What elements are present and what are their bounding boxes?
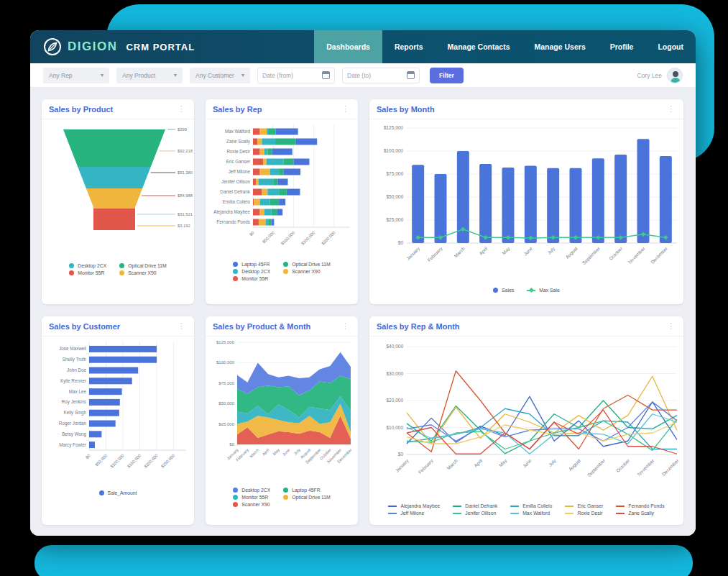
legend-item[interactable]: Roxie Desir: [565, 511, 603, 516]
svg-text:April: April: [262, 447, 270, 456]
chart-legend: Sale_Amount: [99, 490, 137, 495]
rep-filter-value: Any Rep: [49, 72, 73, 79]
legend-item[interactable]: Optical Drive 11M: [283, 262, 331, 267]
legend-item[interactable]: Emilia Colielo: [510, 503, 552, 508]
card-menu-icon[interactable]: ⋮: [340, 322, 351, 330]
legend-swatch: [388, 513, 397, 514]
svg-text:$100,000: $100,000: [109, 453, 124, 468]
date-to-input[interactable]: [347, 72, 405, 79]
svg-text:$84,988: $84,988: [178, 193, 193, 198]
legend-label: Zane Scally: [628, 511, 654, 516]
legend-label: Roxie Desir: [577, 511, 602, 516]
card-sales-by-product-month: Sales by Product & Month⋮$0$25,000$50,00…: [206, 316, 358, 525]
legend-item[interactable]: Monitor 55R: [69, 270, 106, 275]
calendar-icon[interactable]: [407, 71, 415, 79]
svg-text:July: July: [546, 245, 556, 255]
legend-item[interactable]: Monitor 55R: [233, 495, 270, 500]
nav-item-dashboards[interactable]: Dashboards: [314, 30, 382, 63]
svg-text:$40,000: $40,000: [387, 344, 404, 349]
chart-body: $0$25,000$50,000$75,000$100,000$125,000J…: [206, 337, 358, 507]
svg-text:April: April: [473, 457, 484, 468]
chart-canvas[interactable]: $0$50,000$100,000$150,000$200,000$250,00…: [42, 337, 194, 489]
svg-text:Roxie Desir: Roxie Desir: [226, 149, 250, 154]
date-to-field[interactable]: [342, 68, 420, 83]
card-title: Sales by Product: [49, 105, 113, 114]
legend-swatch: [527, 290, 535, 291]
legend-label: Optical Drive 11M: [292, 495, 331, 500]
svg-text:Jeff Milone: Jeff Milone: [229, 169, 251, 174]
date-from-input[interactable]: [262, 72, 320, 79]
nav-item-profile[interactable]: Profile: [598, 30, 646, 63]
legend-swatch: [233, 495, 238, 500]
legend-item[interactable]: Laptop 45FR: [283, 488, 331, 493]
chart-body: $0$50,000$100,000$150,000$200,000$250,00…: [42, 337, 194, 495]
legend-label: Monitor 55R: [78, 270, 104, 275]
card-menu-icon[interactable]: ⋮: [176, 105, 187, 113]
rep-filter-select[interactable]: Any Rep ▾: [43, 68, 109, 83]
chart-canvas[interactable]: $0$50,000$100,000$150,000$200,000Max Wal…: [206, 119, 358, 260]
legend-item[interactable]: Desktop 2CX: [233, 269, 270, 274]
legend-item[interactable]: Max Walford: [510, 511, 552, 516]
chart-legend: Alejandra MaybeeDaniel DefrankEmilia Col…: [388, 503, 664, 516]
legend-swatch: [69, 270, 74, 275]
legend-swatch: [69, 263, 74, 268]
card-menu-icon[interactable]: ⋮: [340, 105, 351, 113]
legend-item[interactable]: Desktop 2CX: [233, 488, 270, 493]
user-avatar[interactable]: [667, 68, 683, 83]
svg-text:$125,000: $125,000: [216, 340, 235, 344]
svg-text:November: November: [636, 457, 655, 477]
legend-swatch: [119, 263, 124, 268]
svg-text:Fernando Ponds: Fernando Ponds: [216, 219, 250, 224]
legend-swatch: [233, 502, 238, 507]
legend-item[interactable]: Optical Drive 11M: [283, 495, 331, 500]
calendar-icon[interactable]: [322, 71, 330, 79]
card-menu-icon[interactable]: ⋮: [665, 105, 676, 113]
legend-swatch: [493, 288, 498, 293]
chart-canvas[interactable]: $399$92,218$91,380$84,988$31,521$3,192: [42, 119, 194, 262]
card-menu-icon[interactable]: ⋮: [176, 322, 187, 330]
svg-text:$3,192: $3,192: [178, 224, 190, 228]
chart-body: $0$25,000$50,000$75,000$100,000$125,000J…: [369, 119, 683, 293]
legend-swatch: [283, 488, 288, 493]
svg-text:John Doe: John Doe: [67, 367, 86, 372]
svg-text:Eric Ganser: Eric Ganser: [226, 159, 250, 164]
legend-item[interactable]: Optical Drive 11M: [119, 263, 167, 268]
legend-swatch: [565, 506, 573, 507]
chart-canvas[interactable]: $0$25,000$50,000$75,000$100,000$125,000J…: [206, 337, 358, 486]
legend-item[interactable]: Max Sale: [527, 288, 559, 293]
chevron-down-icon: ▾: [101, 72, 103, 78]
customer-filter-select[interactable]: Any Customer ▾: [190, 68, 250, 83]
legend-item[interactable]: Scanner X90: [119, 270, 167, 275]
svg-text:$50,000: $50,000: [218, 401, 234, 406]
chart-canvas[interactable]: $0$10,000$20,000$30,000$40,000JanuaryFeb…: [369, 337, 683, 502]
legend-item[interactable]: Daniel Defrank: [453, 503, 497, 508]
chart-canvas[interactable]: $0$25,000$50,000$75,000$100,000$125,000J…: [369, 119, 683, 286]
legend-item[interactable]: Zane Scally: [616, 511, 664, 516]
legend-label: Jenifer Ollison: [465, 511, 496, 516]
card-menu-icon[interactable]: ⋮: [665, 322, 676, 330]
legend-item[interactable]: Desktop 2CX: [69, 263, 106, 268]
nav-item-manage-contacts[interactable]: Manage Contacts: [436, 30, 522, 63]
legend-swatch: [233, 262, 238, 267]
legend-item[interactable]: Fernando Ponds: [616, 503, 664, 508]
nav-item-logout[interactable]: Logout: [645, 30, 696, 63]
legend-item[interactable]: Eric Ganser: [565, 503, 603, 508]
user-name: Cory Lee: [637, 72, 663, 79]
nav-item-manage-users[interactable]: Manage Users: [522, 30, 598, 63]
legend-item[interactable]: Scanner X90: [233, 502, 270, 507]
card-title: Sales by Rep: [213, 105, 262, 114]
legend-item[interactable]: Alejandra Maybee: [388, 503, 440, 508]
legend-label: Sales: [502, 288, 514, 293]
legend-item[interactable]: Jeff Milone: [388, 511, 440, 516]
nav-item-reports[interactable]: Reports: [382, 30, 436, 63]
legend-item[interactable]: Monitor 55R: [233, 276, 270, 281]
date-from-field[interactable]: [257, 68, 335, 83]
card-sales-by-product: Sales by Product⋮$399$92,218$91,380$84,9…: [42, 99, 194, 304]
legend-item[interactable]: Jenifer Ollison: [453, 511, 497, 516]
legend-item[interactable]: Sale_Amount: [99, 490, 137, 495]
legend-item[interactable]: Scanner X90: [283, 269, 331, 274]
legend-item[interactable]: Sales: [493, 288, 514, 293]
legend-item[interactable]: Laptop 45FR: [233, 262, 270, 267]
product-filter-select[interactable]: Any Product ▾: [116, 68, 183, 83]
filter-button[interactable]: Filter: [430, 68, 464, 83]
